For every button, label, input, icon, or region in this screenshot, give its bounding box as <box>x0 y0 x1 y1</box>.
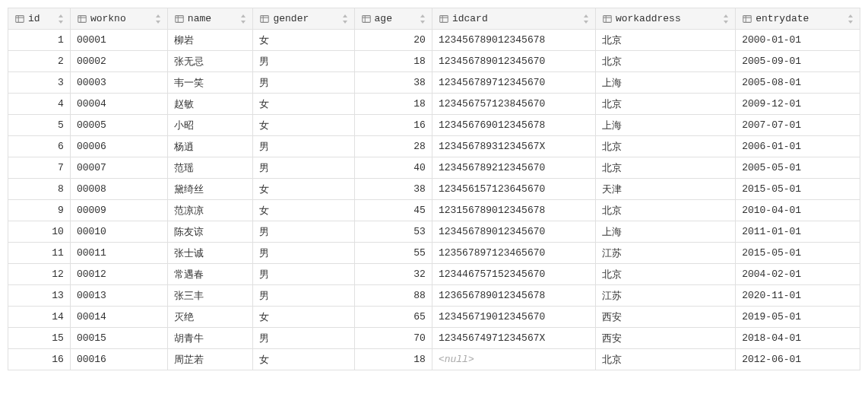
sort-icon[interactable] <box>583 14 589 24</box>
cell-workno[interactable]: 00012 <box>70 264 167 285</box>
cell-entrydate[interactable]: 2020-11-01 <box>736 285 860 307</box>
cell-gender[interactable]: 男 <box>253 264 354 285</box>
cell-workno[interactable]: 00011 <box>70 243 167 264</box>
cell-workno[interactable]: 00002 <box>70 51 167 72</box>
cell-workno[interactable]: 00007 <box>70 157 167 179</box>
cell-id[interactable]: 12 <box>8 264 71 285</box>
cell-idcard[interactable]: 123456789012345670 <box>432 221 595 243</box>
cell-age[interactable]: 18 <box>354 349 432 370</box>
column-header-idcard[interactable]: idcard <box>432 8 595 30</box>
cell-workno[interactable]: 00014 <box>70 307 167 328</box>
table-row[interactable]: 1100011张士诚男55123567897123465670江苏2015-05… <box>8 243 860 264</box>
cell-age[interactable]: 53 <box>354 221 432 243</box>
cell-entrydate[interactable]: 2019-05-01 <box>736 307 860 328</box>
cell-id[interactable]: 9 <box>8 200 71 221</box>
cell-workno[interactable]: 00008 <box>70 179 167 200</box>
cell-workaddress[interactable]: 上海 <box>595 115 735 136</box>
cell-name[interactable]: 柳岩 <box>167 30 253 51</box>
cell-workno[interactable]: 00010 <box>70 221 167 243</box>
cell-entrydate[interactable]: 2007-07-01 <box>736 115 860 136</box>
cell-entrydate[interactable]: 2010-04-01 <box>736 200 860 221</box>
cell-entrydate[interactable]: 2005-08-01 <box>736 72 860 94</box>
cell-age[interactable]: 16 <box>354 115 432 136</box>
cell-id[interactable]: 6 <box>8 136 71 157</box>
cell-gender[interactable]: 女 <box>253 200 354 221</box>
cell-entrydate[interactable]: 2005-05-01 <box>736 157 860 179</box>
cell-id[interactable]: 14 <box>8 307 71 328</box>
cell-entrydate[interactable]: 2004-02-01 <box>736 264 860 285</box>
cell-entrydate[interactable]: 2018-04-01 <box>736 328 860 349</box>
table-row[interactable]: 700007范瑶男40123456789212345670北京2005-05-0… <box>8 157 860 179</box>
cell-name[interactable]: 范瑶 <box>167 157 253 179</box>
cell-workaddress[interactable]: 西安 <box>595 307 735 328</box>
cell-gender[interactable]: 男 <box>253 285 354 307</box>
cell-entrydate[interactable]: 2011-01-01 <box>736 221 860 243</box>
cell-gender[interactable]: 男 <box>253 157 354 179</box>
column-header-gender[interactable]: gender <box>253 8 354 30</box>
cell-workno[interactable]: 00005 <box>70 115 167 136</box>
cell-workno[interactable]: 00009 <box>70 200 167 221</box>
cell-gender[interactable]: 男 <box>253 221 354 243</box>
cell-id[interactable]: 15 <box>8 328 71 349</box>
cell-workaddress[interactable]: 上海 <box>595 72 735 94</box>
cell-age[interactable]: 55 <box>354 243 432 264</box>
cell-name[interactable]: 张士诚 <box>167 243 253 264</box>
cell-name[interactable]: 胡青牛 <box>167 328 253 349</box>
sort-icon[interactable] <box>58 14 64 24</box>
cell-idcard[interactable]: 123446757152345670 <box>432 264 595 285</box>
cell-entrydate[interactable]: 2015-05-01 <box>736 179 860 200</box>
cell-age[interactable]: 28 <box>354 136 432 157</box>
cell-id[interactable]: 10 <box>8 221 71 243</box>
cell-name[interactable]: 韦一笑 <box>167 72 253 94</box>
column-header-age[interactable]: age <box>354 8 432 30</box>
cell-id[interactable]: 5 <box>8 115 71 136</box>
cell-gender[interactable]: 男 <box>253 72 354 94</box>
cell-age[interactable]: 45 <box>354 200 432 221</box>
cell-idcard[interactable]: 123456769012345678 <box>432 115 595 136</box>
table-row[interactable]: 600006杨逍男2812345678931234567X北京2006-01-0… <box>8 136 860 157</box>
sort-icon[interactable] <box>342 14 348 24</box>
cell-workaddress[interactable]: 北京 <box>595 136 735 157</box>
cell-workno[interactable]: 00001 <box>70 30 167 51</box>
cell-workaddress[interactable]: 西安 <box>595 328 735 349</box>
cell-entrydate[interactable]: 2009-12-01 <box>736 94 860 115</box>
cell-age[interactable]: 20 <box>354 30 432 51</box>
cell-gender[interactable]: 女 <box>253 307 354 328</box>
cell-gender[interactable]: 女 <box>253 94 354 115</box>
cell-idcard[interactable]: 12345674971234567X <box>432 328 595 349</box>
cell-idcard[interactable]: 123156789012345678 <box>432 200 595 221</box>
cell-age[interactable]: 70 <box>354 328 432 349</box>
table-row[interactable]: 1400014灭绝女65123456719012345670西安2019-05-… <box>8 307 860 328</box>
cell-workaddress[interactable]: 北京 <box>595 51 735 72</box>
table-row[interactable]: 900009范凉凉女45123156789012345678北京2010-04-… <box>8 200 860 221</box>
cell-workno[interactable]: 00006 <box>70 136 167 157</box>
cell-idcard[interactable]: 123456789012345670 <box>432 51 595 72</box>
cell-idcard[interactable]: 123656789012345678 <box>432 285 595 307</box>
cell-gender[interactable]: 男 <box>253 243 354 264</box>
cell-idcard[interactable]: 123456757123845670 <box>432 94 595 115</box>
cell-gender[interactable]: 男 <box>253 328 354 349</box>
cell-idcard[interactable]: 123567897123465670 <box>432 243 595 264</box>
cell-name[interactable]: 张无忌 <box>167 51 253 72</box>
cell-entrydate[interactable]: 2012-06-01 <box>736 349 860 370</box>
cell-age[interactable]: 40 <box>354 157 432 179</box>
table-row[interactable]: 1300013张三丰男88123656789012345678江苏2020-11… <box>8 285 860 307</box>
sort-icon[interactable] <box>155 14 161 24</box>
cell-age[interactable]: 65 <box>354 307 432 328</box>
cell-name[interactable]: 黛绮丝 <box>167 179 253 200</box>
cell-gender[interactable]: 男 <box>253 51 354 72</box>
column-header-workno[interactable]: workno <box>70 8 167 30</box>
column-header-entrydate[interactable]: entrydate <box>736 8 860 30</box>
cell-entrydate[interactable]: 2006-01-01 <box>736 136 860 157</box>
cell-gender[interactable]: 男 <box>253 136 354 157</box>
cell-id[interactable]: 1 <box>8 30 71 51</box>
cell-gender[interactable]: 女 <box>253 30 354 51</box>
table-row[interactable]: 100001柳岩女20123456789012345678北京2000-01-0… <box>8 30 860 51</box>
cell-gender[interactable]: 女 <box>253 115 354 136</box>
cell-workno[interactable]: 00004 <box>70 94 167 115</box>
cell-name[interactable]: 陈友谅 <box>167 221 253 243</box>
column-header-workaddress[interactable]: workaddress <box>595 8 735 30</box>
cell-gender[interactable]: 女 <box>253 349 354 370</box>
cell-idcard[interactable]: 123456789712345670 <box>432 72 595 94</box>
table-row[interactable]: 800008黛绮丝女38123456157123645670天津2015-05-… <box>8 179 860 200</box>
